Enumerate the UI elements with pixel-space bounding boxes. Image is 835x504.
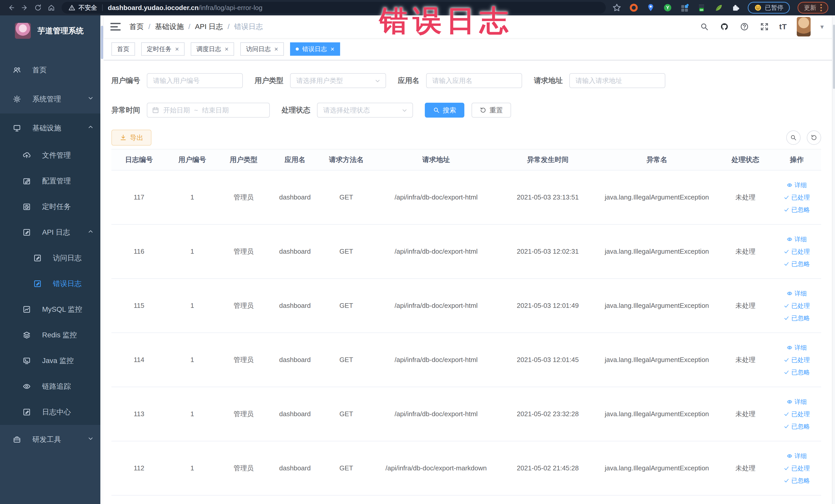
browser-home-button[interactable] (46, 2, 57, 13)
sidebar-item-log-center[interactable]: 日志中心 (0, 399, 104, 425)
detail-link[interactable]: 详细 (787, 398, 807, 406)
security-warning[interactable]: 不安全 (68, 4, 97, 12)
mark-processed-link[interactable]: 已处理 (784, 356, 810, 364)
reset-button[interactable]: 重置 (471, 103, 511, 118)
close-icon[interactable]: × (331, 46, 334, 53)
breadcrumb-item-home[interactable]: 首页 (129, 22, 144, 32)
help-icon[interactable] (739, 22, 750, 32)
sidebar-item-api-log[interactable]: API 日志 (0, 220, 104, 245)
mark-ignored-link[interactable]: 已忽略 (784, 477, 810, 485)
toggle-search-button[interactable] (786, 130, 801, 145)
mark-processed-link[interactable]: 已处理 (784, 193, 810, 202)
page-scrollbar[interactable] (832, 15, 835, 504)
start-date-placeholder[interactable]: 开始日期 (163, 106, 190, 115)
url-host: dashboard.yudao.iocoder.cn (108, 4, 199, 12)
filter-app-name: 应用名 (398, 73, 522, 88)
user-type-select[interactable] (290, 73, 386, 88)
detail-link[interactable]: 详细 (787, 235, 807, 243)
sidebar-item-mysql-monitor[interactable]: MySQL 监控 (0, 297, 104, 322)
sidebar-item-dev-tools[interactable]: 研发工具 (0, 425, 104, 454)
avatar-caret-icon[interactable]: ▾ (820, 23, 824, 31)
tab-error-log[interactable]: 错误日志 × (290, 42, 340, 56)
export-button[interactable]: 导出 (111, 130, 151, 146)
fullscreen-icon[interactable] (759, 22, 770, 32)
refresh-table-button[interactable] (807, 130, 821, 145)
status-cell: 未处理 (718, 355, 772, 364)
process-status-select[interactable] (317, 103, 413, 118)
filter-row-2: 异常时间 开始日期 ~ 结束日期 处理状态 (111, 103, 827, 118)
font-size-icon[interactable]: tT (779, 22, 787, 31)
extension-grid-icon[interactable] (680, 3, 689, 12)
mark-ignored-link[interactable]: 已忽略 (784, 260, 810, 268)
app-name-input[interactable] (426, 73, 522, 88)
mark-ignored-link[interactable]: 已忽略 (784, 368, 810, 377)
tab-access-log[interactable]: 访问日志 × (240, 42, 284, 56)
extension-green-circle-icon[interactable]: Y (663, 3, 672, 12)
request-url-input[interactable] (569, 73, 665, 88)
mark-processed-link[interactable]: 已处理 (784, 247, 810, 256)
sidebar-item-home[interactable]: 首页 (0, 56, 104, 84)
cloud-upload-icon (23, 151, 31, 159)
page-scrollbar-thumb[interactable] (833, 25, 835, 89)
bookmark-star-icon[interactable] (612, 3, 622, 12)
header-search-icon[interactable] (699, 22, 710, 32)
sidebar-item-scheduled-jobs[interactable]: 定时任务 (0, 194, 104, 220)
extension-orange-ring-icon[interactable] (629, 3, 638, 12)
chart-icon (23, 305, 31, 314)
breadcrumb-item-api-log[interactable]: API 日志 (195, 22, 223, 32)
hamburger-menu-icon[interactable] (110, 22, 121, 31)
address-bar[interactable]: 不安全 dashboard.yudao.iocoder.cn /infra/lo… (62, 2, 606, 14)
browser-menu-icon[interactable] (820, 4, 822, 11)
check-icon (784, 207, 789, 213)
tab-dispatch-log[interactable]: 调度日志 × (191, 42, 234, 56)
mark-processed-link[interactable]: 已处理 (784, 302, 810, 310)
mark-ignored-link[interactable]: 已忽略 (784, 206, 810, 214)
browser-extensions-area: Y on 已暂停 更新 (612, 2, 829, 14)
close-icon[interactable]: × (175, 46, 179, 53)
detail-link[interactable]: 详细 (787, 181, 807, 189)
close-icon[interactable]: × (274, 46, 278, 53)
extension-leaf-icon[interactable] (714, 3, 723, 12)
extension-paused-badge[interactable]: 已暂停 (748, 2, 790, 14)
user-id-input[interactable] (147, 73, 243, 88)
sidebar-item-trace[interactable]: 链路追踪 (0, 374, 104, 399)
end-date-placeholder[interactable]: 结束日期 (202, 106, 229, 115)
sidebar-item-config-management[interactable]: 配置管理 (0, 168, 104, 194)
check-icon (784, 261, 789, 267)
detail-link[interactable]: 详细 (787, 452, 807, 460)
tab-home[interactable]: 首页 (111, 42, 135, 56)
browser-back-button[interactable] (6, 2, 17, 13)
check-icon (784, 249, 789, 255)
extension-on-toggle-icon[interactable]: on (697, 3, 706, 12)
sidebar-item-error-log[interactable]: 错误日志 (0, 271, 104, 297)
mark-ignored-link[interactable]: 已忽略 (784, 422, 810, 430)
sidebar-item-java-monitor[interactable]: Java 监控 (0, 348, 104, 374)
user-avatar[interactable] (797, 17, 811, 37)
sidebar-item-access-log[interactable]: 访问日志 (0, 245, 104, 271)
browser-reload-button[interactable] (32, 2, 44, 13)
sidebar-item-infrastructure[interactable]: 基础设施 (0, 114, 104, 142)
sidebar-item-file-management[interactable]: 文件管理 (0, 142, 104, 168)
date-range-picker[interactable]: 开始日期 ~ 结束日期 (147, 103, 270, 118)
sidebar-scrollbar-thumb[interactable] (101, 26, 103, 59)
app-logo-row[interactable]: 芋道管理系统 (0, 15, 104, 46)
close-icon[interactable]: × (225, 46, 228, 53)
sidebar-item-system-management[interactable]: 系统管理 (0, 84, 104, 114)
mark-ignored-link[interactable]: 已忽略 (784, 314, 810, 322)
browser-update-button[interactable]: 更新 (797, 2, 828, 14)
tab-scheduled-jobs[interactable]: 定时任务 × (141, 42, 185, 56)
browser-forward-button[interactable] (19, 2, 30, 13)
eye-icon (787, 182, 792, 188)
sidebar-item-redis-monitor[interactable]: Redis 监控 (0, 322, 104, 348)
github-icon[interactable] (719, 22, 730, 32)
extension-location-pin-icon[interactable] (646, 3, 655, 12)
detail-link[interactable]: 详细 (787, 344, 807, 352)
detail-link[interactable]: 详细 (787, 289, 807, 298)
search-button[interactable]: 搜索 (425, 103, 464, 118)
mark-processed-link[interactable]: 已处理 (784, 464, 810, 472)
tab-label: 访问日志 (246, 45, 270, 53)
breadcrumb-item-infrastructure[interactable]: 基础设施 (155, 22, 184, 32)
extension-puzzle-icon[interactable] (731, 3, 740, 12)
sidebar-scrollbar[interactable] (100, 15, 104, 504)
mark-processed-link[interactable]: 已处理 (784, 410, 810, 418)
